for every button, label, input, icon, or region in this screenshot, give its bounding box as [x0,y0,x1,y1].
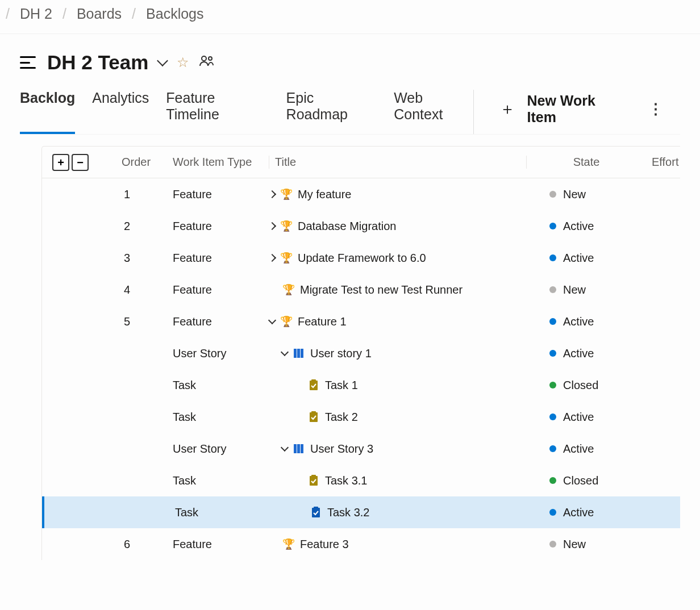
svg-rect-15 [314,507,318,509]
row-title-cell: 🏆Migrate Test to new Test Runner [269,283,527,296]
svg-rect-8 [311,411,316,413]
table-row[interactable]: 1Feature🏆My featureNew [42,178,680,210]
breadcrumb-item[interactable]: DH 2 [20,6,52,22]
tab-list: BacklogAnalyticsFeature TimelineEpic Roa… [20,90,473,134]
row-state: New [527,538,646,551]
table-row[interactable]: 5Feature🏆Feature 1Active [42,306,680,337]
row-type: Feature [173,283,269,296]
table-row[interactable]: TaskTask 1Closed [42,369,680,401]
row-title[interactable]: My feature [298,188,351,201]
row-state: Closed [527,474,646,487]
tab-epic-roadmap[interactable]: Epic Roadmap [286,90,377,134]
row-type: Feature [173,538,269,551]
table-row[interactable]: 6Feature🏆Feature 3New [42,528,680,560]
new-work-item-button[interactable]: ＋ New Work Item [499,93,626,126]
people-icon[interactable] [199,55,214,70]
column-order[interactable]: Order [122,156,173,169]
row-state: Active [527,220,646,233]
state-dot-icon [549,413,556,420]
row-state: Active [527,506,646,519]
row-title-cell: Task 3.1 [269,474,527,487]
row-state: Closed [527,379,646,392]
row-title[interactable]: Task 3.2 [327,506,369,519]
svg-point-0 [202,56,206,61]
trophy-icon: 🏆 [281,189,292,200]
column-title[interactable]: Title [269,156,527,169]
state-label: New [563,188,586,201]
row-title-cell: 🏆Database Migration [269,220,527,233]
row-title[interactable]: Task 3.1 [325,474,367,487]
collapse-all-button[interactable]: − [72,154,89,171]
row-title-cell: Task 3.2 [272,506,527,519]
row-title-cell: Task 1 [269,379,527,392]
favorite-icon[interactable]: ☆ [177,55,189,70]
chevron-right-icon[interactable] [268,190,276,198]
row-state: Active [527,315,646,328]
row-type: User Story [173,442,269,456]
state-dot-icon [549,223,556,229]
tab-analytics[interactable]: Analytics [92,90,149,134]
row-title-cell: 🏆Feature 1 [269,315,527,328]
trophy-icon: 🏆 [281,220,292,232]
row-type: Task [173,411,269,424]
table-row[interactable]: User StoryUser Story 3Active [42,433,680,465]
table-row[interactable]: TaskTask 3.1Closed [42,465,680,496]
row-order: 6 [122,538,173,551]
row-title-cell: 🏆My feature [269,188,527,201]
state-label: Active [563,506,594,519]
breadcrumb-sep: / [63,6,66,22]
column-state[interactable]: State [527,156,646,169]
row-state: Active [527,252,646,265]
table-row[interactable]: 2Feature🏆Database MigrationActive [42,210,680,242]
column-type[interactable]: Work Item Type [173,156,269,169]
chevron-right-icon[interactable] [268,222,276,230]
row-title[interactable]: Update Framework to 6.0 [298,252,426,265]
row-type: Feature [173,188,269,201]
chevron-down-icon[interactable] [157,55,168,66]
svg-rect-11 [301,444,303,453]
tab-web-context[interactable]: Web Context [394,90,473,134]
team-picker-title[interactable]: DH 2 Team [47,51,148,74]
row-order: 4 [122,283,173,296]
state-dot-icon [549,254,556,261]
svg-rect-6 [311,379,316,382]
row-title[interactable]: Feature 3 [300,538,349,551]
table-row[interactable]: TaskTask 3.2Active [42,496,680,528]
row-title[interactable]: Task 1 [325,379,358,392]
table-row[interactable]: TaskTask 2Active [42,401,680,433]
row-title[interactable]: Database Migration [298,220,396,233]
table-row[interactable]: 3Feature🏆Update Framework to 6.0Active [42,242,680,274]
state-label: Active [563,252,594,265]
backlog-level-icon[interactable] [20,56,36,69]
row-title[interactable]: User Story 3 [310,442,373,456]
row-order: 3 [122,252,173,265]
table-row[interactable]: 4Feature🏆Migrate Test to new Test Runner… [42,274,680,306]
expand-all-button[interactable]: + [52,154,69,171]
svg-rect-9 [294,444,297,453]
trophy-icon: 🏆 [281,316,292,327]
breadcrumb-item[interactable]: Backlogs [146,6,203,22]
chevron-down-icon[interactable] [268,316,276,324]
chevron-right-icon[interactable] [268,254,276,262]
row-title[interactable]: Feature 1 [298,315,347,328]
row-title[interactable]: Migrate Test to new Test Runner [300,283,463,296]
row-state: Active [527,442,646,456]
table-row[interactable]: User StoryUser story 1Active [42,337,680,369]
breadcrumb-item[interactable]: Boards [77,6,122,22]
row-title[interactable]: Task 2 [325,411,358,424]
column-effort[interactable]: Effort [646,156,680,169]
state-dot-icon [549,286,556,293]
row-type: Task [173,474,269,487]
trophy-icon: 🏆 [283,538,294,550]
row-title[interactable]: User story 1 [310,347,372,360]
state-dot-icon [549,382,556,388]
row-title-cell: 🏆Update Framework to 6.0 [269,252,527,265]
grid-header: + − Order Work Item Type Title State Eff… [42,147,680,178]
chevron-down-icon[interactable] [281,348,289,356]
chevron-down-icon[interactable] [281,443,289,451]
svg-rect-5 [310,381,318,390]
tab-backlog[interactable]: Backlog [20,90,75,134]
row-type: Feature [173,252,269,265]
more-icon[interactable]: ⋮ [648,101,680,118]
tab-feature-timeline[interactable]: Feature Timeline [166,90,269,134]
